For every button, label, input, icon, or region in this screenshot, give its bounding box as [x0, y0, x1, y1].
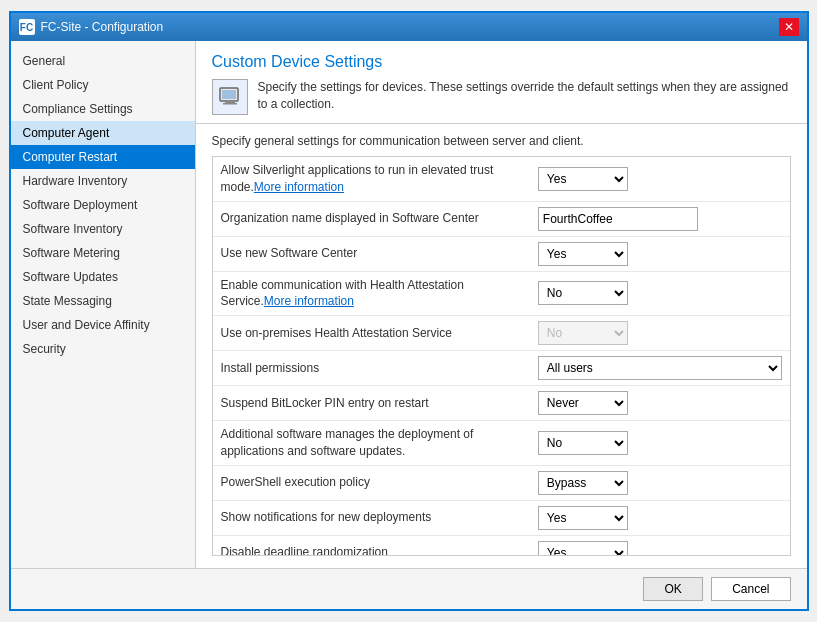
settings-label-new-software-center: Use new Software Center — [213, 236, 530, 271]
title-bar-left: FC FC-Site - Configuration — [19, 19, 164, 35]
sidebar-item-software-inventory[interactable]: Software Inventory — [11, 217, 195, 241]
panel-description: Specify the settings for devices. These … — [212, 79, 791, 115]
settings-row-powershell-policy: PowerShell execution policyBypassAllSign… — [213, 465, 790, 500]
window-title: FC-Site - Configuration — [41, 20, 164, 34]
sidebar-item-security[interactable]: Security — [11, 337, 195, 361]
svg-rect-3 — [223, 103, 237, 105]
settings-label-bitlocker-pin: Suspend BitLocker PIN entry on restart — [213, 386, 530, 421]
settings-control-additional-software[interactable]: NoYes — [530, 421, 790, 466]
footer: OK Cancel — [11, 568, 807, 609]
settings-row-org-name: Organization name displayed in Software … — [213, 201, 790, 236]
settings-control-show-notifications[interactable]: YesNo — [530, 500, 790, 535]
settings-row-additional-software: Additional software manages the deployme… — [213, 421, 790, 466]
main-window: FC FC-Site - Configuration ✕ GeneralClie… — [9, 11, 809, 611]
select-powershell-policy[interactable]: BypassAllSignedRestricted — [538, 471, 628, 495]
settings-subtitle: Specify general settings for communicati… — [212, 134, 791, 148]
settings-control-onprem-health[interactable]: NoYes — [530, 316, 790, 351]
sidebar-item-state-messaging[interactable]: State Messaging — [11, 289, 195, 313]
sidebar-item-software-updates[interactable]: Software Updates — [11, 265, 195, 289]
link-silverlight[interactable]: More information — [254, 180, 344, 194]
settings-control-disable-deadline[interactable]: YesNo — [530, 535, 790, 556]
settings-control-bitlocker-pin[interactable]: NeverAlways — [530, 386, 790, 421]
sidebar-item-general[interactable]: General — [11, 49, 195, 73]
select-health-attestation[interactable]: NoYes — [538, 281, 628, 305]
sidebar-item-computer-agent[interactable]: Computer Agent — [11, 121, 195, 145]
settings-control-silverlight[interactable]: YesNo — [530, 157, 790, 201]
sidebar-item-compliance-settings[interactable]: Compliance Settings — [11, 97, 195, 121]
settings-label-show-notifications: Show notifications for new deployments — [213, 500, 530, 535]
settings-row-health-attestation: Enable communication with Health Attesta… — [213, 271, 790, 316]
settings-label-powershell-policy: PowerShell execution policy — [213, 465, 530, 500]
settings-row-onprem-health: Use on-premises Health Attestation Servi… — [213, 316, 790, 351]
select-onprem-health[interactable]: NoYes — [538, 321, 628, 345]
sidebar-item-user-device-affinity[interactable]: User and Device Affinity — [11, 313, 195, 337]
window-icon: FC — [19, 19, 35, 35]
panel-header: Custom Device Settings Specify the setti… — [196, 41, 807, 124]
panel-description-text: Specify the settings for devices. These … — [258, 79, 791, 113]
sidebar-item-client-policy[interactable]: Client Policy — [11, 73, 195, 97]
select-new-software-center[interactable]: YesNo — [538, 242, 628, 266]
settings-label-install-permissions: Install permissions — [213, 351, 530, 386]
settings-control-org-name[interactable] — [530, 201, 790, 236]
svg-rect-1 — [222, 90, 236, 99]
settings-row-disable-deadline: Disable deadline randomizationYesNo — [213, 535, 790, 556]
settings-scroll[interactable]: Allow Silverlight applications to run in… — [212, 156, 791, 556]
settings-row-silverlight: Allow Silverlight applications to run in… — [213, 157, 790, 201]
close-button[interactable]: ✕ — [779, 18, 799, 36]
sidebar-item-software-metering[interactable]: Software Metering — [11, 241, 195, 265]
settings-control-new-software-center[interactable]: YesNo — [530, 236, 790, 271]
select-show-notifications[interactable]: YesNo — [538, 506, 628, 530]
settings-control-install-permissions[interactable]: All usersOnly administratorsOnly adminis… — [530, 351, 790, 386]
settings-label-disable-deadline: Disable deadline randomization — [213, 535, 530, 556]
panel-icon — [212, 79, 248, 115]
title-bar: FC FC-Site - Configuration ✕ — [11, 13, 807, 41]
settings-row-show-notifications: Show notifications for new deploymentsYe… — [213, 500, 790, 535]
cancel-button[interactable]: Cancel — [711, 577, 790, 601]
sidebar: GeneralClient PolicyCompliance SettingsC… — [11, 41, 196, 568]
sidebar-item-hardware-inventory[interactable]: Hardware Inventory — [11, 169, 195, 193]
select-install-permissions[interactable]: All usersOnly administratorsOnly adminis… — [538, 356, 782, 380]
settings-control-health-attestation[interactable]: NoYes — [530, 271, 790, 316]
input-org-name[interactable] — [538, 207, 698, 231]
settings-label-onprem-health: Use on-premises Health Attestation Servi… — [213, 316, 530, 351]
select-silverlight[interactable]: YesNo — [538, 167, 628, 191]
settings-row-new-software-center: Use new Software CenterYesNo — [213, 236, 790, 271]
main-panel: Custom Device Settings Specify the setti… — [196, 41, 807, 568]
settings-row-bitlocker-pin: Suspend BitLocker PIN entry on restartNe… — [213, 386, 790, 421]
settings-label-health-attestation: Enable communication with Health Attesta… — [213, 271, 530, 316]
settings-label-additional-software: Additional software manages the deployme… — [213, 421, 530, 466]
content-area: GeneralClient PolicyCompliance SettingsC… — [11, 41, 807, 568]
panel-title: Custom Device Settings — [212, 53, 791, 71]
sidebar-item-computer-restart[interactable]: Computer Restart — [11, 145, 195, 169]
svg-rect-2 — [225, 101, 235, 103]
settings-label-org-name: Organization name displayed in Software … — [213, 201, 530, 236]
link-health-attestation[interactable]: More information — [264, 294, 354, 308]
settings-control-powershell-policy[interactable]: BypassAllSignedRestricted — [530, 465, 790, 500]
ok-button[interactable]: OK — [643, 577, 703, 601]
settings-label-silverlight: Allow Silverlight applications to run in… — [213, 157, 530, 201]
select-additional-software[interactable]: NoYes — [538, 431, 628, 455]
settings-row-install-permissions: Install permissionsAll usersOnly adminis… — [213, 351, 790, 386]
settings-table: Allow Silverlight applications to run in… — [213, 157, 790, 556]
settings-area: Specify general settings for communicati… — [196, 124, 807, 568]
select-bitlocker-pin[interactable]: NeverAlways — [538, 391, 628, 415]
select-disable-deadline[interactable]: YesNo — [538, 541, 628, 556]
sidebar-item-software-deployment[interactable]: Software Deployment — [11, 193, 195, 217]
